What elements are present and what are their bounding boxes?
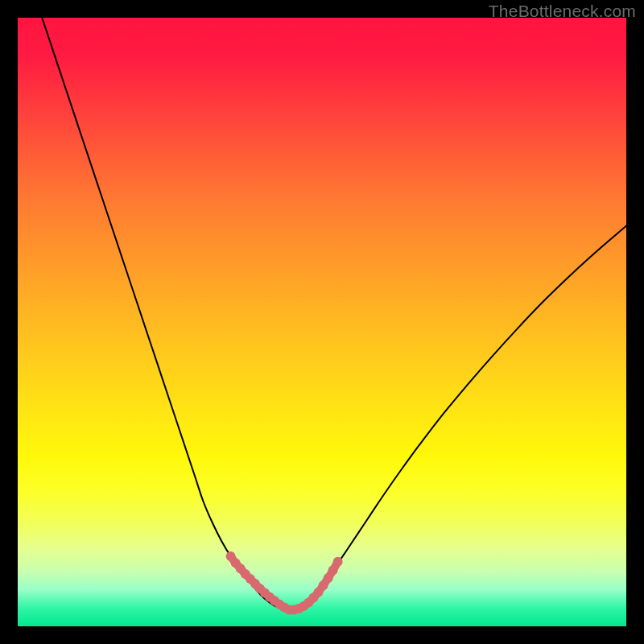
curve-layer: [18, 18, 626, 626]
marker-dot: [328, 565, 338, 575]
chart-frame: TheBottleneck.com: [0, 0, 644, 644]
curve-left: [42, 18, 285, 610]
watermark-text: TheBottleneck.com: [489, 2, 636, 21]
plot-area: [18, 18, 626, 626]
curve-right: [286, 226, 626, 611]
minimum-marker-dots: [226, 551, 343, 615]
marker-dot: [333, 557, 343, 567]
